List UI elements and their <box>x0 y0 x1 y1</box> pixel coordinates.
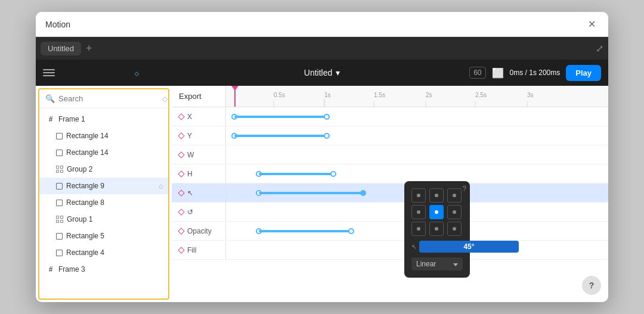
ruler-label-1s: 1s <box>324 92 331 98</box>
easing-popup: ? ↖ 45° <box>404 181 470 278</box>
export-label: Export <box>172 92 225 101</box>
responsive-icon[interactable]: ⬜ <box>492 67 504 79</box>
easing-cell[interactable] <box>429 222 444 236</box>
rect-icon <box>56 133 63 139</box>
titlebar: Motion ✕ <box>36 12 608 37</box>
row-diamond[interactable] <box>178 247 184 253</box>
playhead[interactable] <box>234 86 236 107</box>
row-diamond[interactable] <box>178 189 184 196</box>
rect-icon <box>56 233 63 240</box>
easing-cell[interactable] <box>447 205 462 219</box>
timeline-row-y: Y <box>172 126 608 145</box>
ruler-label-3s: 3s <box>527 92 534 98</box>
ruler-label-05s: 0.5s <box>274 92 285 98</box>
play-button[interactable]: Play <box>566 65 601 81</box>
layer-name: Group 1 <box>67 215 163 223</box>
row-diamond[interactable] <box>178 170 184 177</box>
row-track-w <box>225 145 608 164</box>
keyframe-dot-end[interactable] <box>324 133 330 139</box>
timeline-row-x: X <box>172 107 608 126</box>
rect-icon <box>56 200 63 206</box>
layers-panel: 🔍 ◇ Frame 1 Rectangle 14 Rectang <box>38 88 169 300</box>
keyframe-dot-end[interactable] <box>330 171 336 177</box>
rect-icon <box>56 150 63 156</box>
close-button[interactable]: ✕ <box>584 17 599 32</box>
row-diamond[interactable] <box>178 228 184 234</box>
easing-cell[interactable] <box>411 222 426 236</box>
row-diamond[interactable] <box>178 132 184 139</box>
row-diamond[interactable] <box>178 113 184 120</box>
easing-dropdown[interactable]: Linear <box>411 257 463 271</box>
keyframe-diamond: ◇ <box>159 183 163 189</box>
row-track-y <box>225 126 608 145</box>
layer-item[interactable]: Rectangle 8 <box>39 194 168 211</box>
easing-cell[interactable] <box>447 188 462 203</box>
dropdown-chevron <box>453 260 458 268</box>
ruler-label-2s: 2s <box>426 92 432 98</box>
row-label-rotation: ↖ <box>172 189 225 197</box>
layer-item-selected[interactable]: Rectangle 9 ◇ <box>39 178 168 194</box>
easing-mode-label: Linear <box>416 260 436 268</box>
window-title: Motion <box>45 20 70 29</box>
layer-name: Frame 1 <box>58 115 163 123</box>
angle-input[interactable]: 45° <box>419 241 519 253</box>
tab-label: Untitled <box>48 44 74 53</box>
layer-name: Rectangle 9 <box>66 182 155 190</box>
layer-item[interactable]: Group 1 <box>39 211 168 228</box>
frame-icon <box>47 265 55 273</box>
layer-item[interactable]: Rectangle 5 <box>39 228 168 244</box>
diamond-icon: ◇ <box>162 95 168 103</box>
search-input[interactable] <box>58 94 159 103</box>
layer-item[interactable]: Frame 1 <box>39 111 168 128</box>
easing-cell[interactable] <box>411 188 426 203</box>
timeline-row-arc: ↺ <box>172 203 608 222</box>
active-tab[interactable]: Untitled <box>41 42 81 55</box>
project-name-center[interactable]: Untitled ▾ <box>304 68 340 77</box>
layer-item[interactable]: Frame 3 <box>39 261 168 278</box>
row-diamond[interactable] <box>178 209 184 215</box>
layer-item[interactable]: Rectangle 4 <box>39 244 168 261</box>
time-display: 0ms / 1s 200ms <box>510 69 561 77</box>
layer-item[interactable]: Rectangle 14 <box>39 128 168 144</box>
keyframe-bar <box>259 230 351 232</box>
row-diamond[interactable] <box>178 151 184 158</box>
layer-list: Frame 1 Rectangle 14 Rectangle 14 <box>39 108 168 299</box>
layer-item[interactable]: Rectangle 14 <box>39 144 168 161</box>
row-label-opacity: Opacity <box>172 227 225 235</box>
main-content: 🔍 ◇ Frame 1 Rectangle 14 Rectang <box>36 86 608 302</box>
toolbar-right: 60 ⬜ 0ms / 1s 200ms Play <box>469 65 601 81</box>
add-tab-button[interactable]: + <box>83 43 95 54</box>
easing-help-icon[interactable]: ? <box>462 185 466 193</box>
row-track-h <box>225 164 608 183</box>
keyframe-dot-end[interactable] <box>324 114 330 120</box>
timeline-rows: X Y <box>172 107 608 302</box>
angle-icon: ↖ <box>411 243 417 251</box>
easing-cell[interactable] <box>447 222 462 236</box>
motion-window: Motion ✕ Untitled + ⤢ ⬦ Untitled ▾ 60 ⬜ … <box>36 12 608 302</box>
easing-cell[interactable] <box>429 188 444 203</box>
fps-badge: 60 <box>469 67 485 79</box>
group-icon <box>56 216 63 223</box>
row-label-fill: Fill <box>172 246 225 254</box>
layer-name: Group 2 <box>67 165 163 173</box>
easing-cell[interactable] <box>411 205 426 219</box>
collapse-icon[interactable]: ⤢ <box>596 43 603 54</box>
row-label-y: Y <box>172 132 225 140</box>
layer-item[interactable]: Group 2 <box>39 161 168 178</box>
timeline-row-fill: Fill <box>172 241 608 260</box>
rect-icon <box>56 183 63 189</box>
row-track-x <box>225 107 608 126</box>
layer-name: Frame 3 <box>58 265 163 273</box>
keyframe-dot-end[interactable] <box>360 190 366 196</box>
easing-input-row: ↖ 45° <box>411 241 463 253</box>
row-label-x: X <box>172 113 225 121</box>
help-button[interactable]: ? <box>582 276 601 295</box>
layer-name: Rectangle 14 <box>66 148 163 157</box>
tabbar: Untitled + ⤢ <box>36 37 608 60</box>
timeline-row-opacity: Opacity <box>172 222 608 241</box>
layer-name: Rectangle 8 <box>66 198 163 207</box>
menu-button[interactable] <box>43 69 55 76</box>
keyframe-dot-end[interactable] <box>348 228 354 234</box>
group-icon <box>56 166 63 173</box>
easing-cell-active[interactable] <box>429 205 444 219</box>
